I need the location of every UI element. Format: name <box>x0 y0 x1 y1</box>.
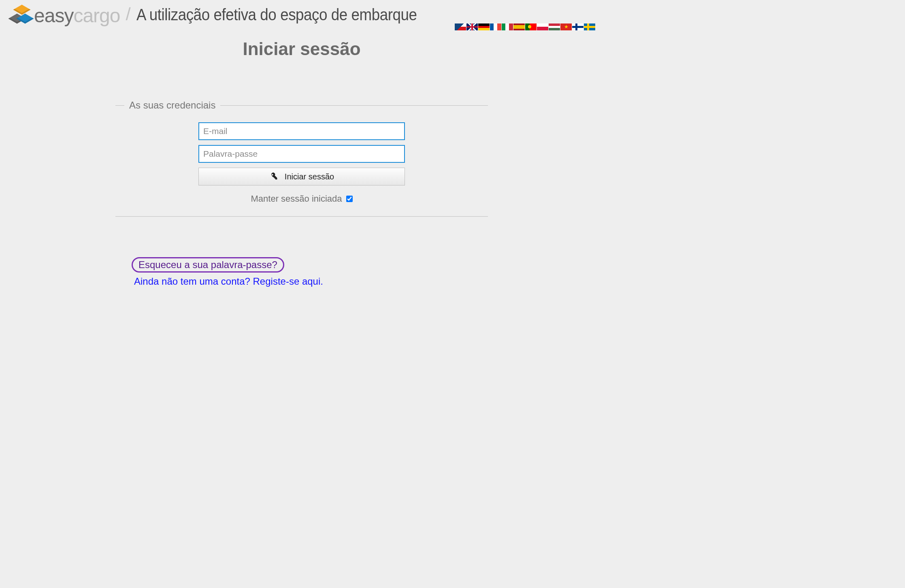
flag-vn[interactable] <box>560 23 572 30</box>
flag-fr[interactable] <box>490 23 501 30</box>
register-link[interactable]: Ainda não tem uma conta? Registe-se aqui… <box>132 276 488 287</box>
credentials-legend-row: As suas credenciais <box>115 100 488 111</box>
brand-separator: / <box>126 4 130 24</box>
credentials-legend: As suas credenciais <box>124 100 220 111</box>
flag-se[interactable] <box>584 23 595 30</box>
logo-cubes-icon <box>8 4 31 27</box>
flag-it[interactable] <box>502 23 513 30</box>
header: easycargo / A utilização efetiva do espa… <box>0 0 603 27</box>
flag-de[interactable] <box>478 23 490 30</box>
login-form: Iniciar sessão Manter sessão iniciada <box>115 122 488 204</box>
page-title: Iniciar sessão <box>115 39 488 59</box>
secondary-links: Esqueceu a sua palavra-passe? Ainda não … <box>115 257 488 287</box>
brand-part2: cargo <box>73 5 120 26</box>
main-content: Iniciar sessão As suas credenciais Inici… <box>107 39 496 287</box>
tagline: A utilização efetiva do espaço de embarq… <box>136 6 417 24</box>
flag-cz[interactable] <box>455 23 466 30</box>
email-input[interactable] <box>198 122 405 140</box>
keep-signed-in-label: Manter sessão iniciada <box>251 194 342 204</box>
legend-line-right <box>220 105 488 106</box>
keep-signed-in-row[interactable]: Manter sessão iniciada <box>251 194 352 204</box>
flag-pl[interactable] <box>537 23 548 30</box>
flag-pt[interactable] <box>525 23 537 30</box>
language-flags <box>455 23 595 30</box>
login-button-label: Iniciar sessão <box>285 172 334 181</box>
flag-es[interactable] <box>513 23 525 30</box>
login-button[interactable]: Iniciar sessão <box>198 168 405 185</box>
forgot-password-link[interactable]: Esqueceu a sua palavra-passe? <box>132 257 284 273</box>
brand-part1: easy <box>34 5 73 26</box>
legend-line-left <box>115 105 124 106</box>
keep-signed-in-checkbox[interactable] <box>346 196 353 202</box>
password-input[interactable] <box>198 145 405 163</box>
flag-fi[interactable] <box>572 23 583 30</box>
brand-wordmark: easycargo <box>34 4 120 27</box>
flag-gb[interactable] <box>466 23 478 30</box>
brand-logo[interactable]: easycargo <box>8 4 120 27</box>
divider <box>115 216 488 217</box>
key-icon <box>269 172 278 181</box>
flag-hu[interactable] <box>549 23 560 30</box>
